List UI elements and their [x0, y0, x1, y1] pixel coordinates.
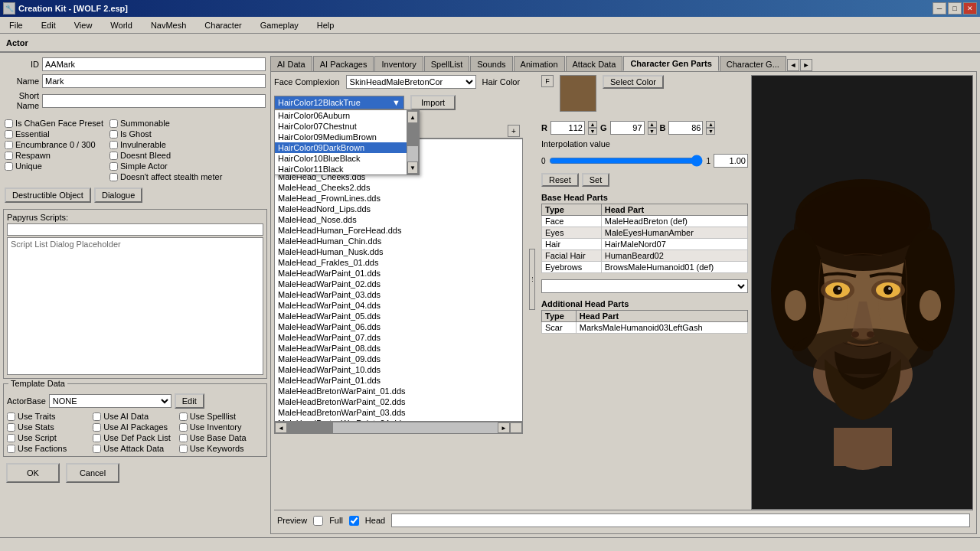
use-attack-data-check[interactable] [93, 445, 101, 453]
texture-item-11[interactable]: MaleHead_Frakles_01.dds [275, 257, 522, 268]
maximize-button[interactable]: □ [948, 2, 962, 15]
encumbrance-check[interactable] [5, 141, 13, 149]
doesntbleed-check[interactable] [109, 152, 118, 160]
r-spin-down[interactable]: ▼ [588, 128, 597, 135]
texture-item-26[interactable]: MaleHeadBretonWarPaint_04.dds [275, 418, 522, 422]
tab-inventory[interactable]: Inventory [374, 56, 423, 71]
ok-button[interactable]: OK [6, 463, 60, 483]
short-name-input[interactable] [42, 94, 266, 108]
texture-item-15[interactable]: MaleHeadWarPaint_04.dds [275, 300, 522, 311]
texture-item-23[interactable]: MaleHeadBretonWarPaint_01.dds [275, 386, 522, 396]
g-spin-up[interactable]: ▲ [648, 121, 657, 128]
hair-color-option-auburn[interactable]: HairColor06Auburn [275, 110, 407, 121]
tab-ai-data[interactable]: AI Data [270, 56, 312, 71]
b-input[interactable] [668, 121, 703, 135]
hair-color-option-chestnut[interactable]: HairColor07Chestnut [275, 121, 407, 132]
menu-view[interactable]: View [68, 19, 99, 31]
tab-prev-button[interactable]: ◄ [787, 59, 799, 71]
tab-ai-packages[interactable]: AI Packages [313, 56, 374, 71]
texture-item-14[interactable]: MaleHeadWarPaint_03.dds [275, 289, 522, 300]
texture-item-10[interactable]: MaleHeadHuman_Nusk.dds [275, 246, 522, 257]
reset-button[interactable]: Reset [541, 173, 579, 187]
hair-color-option-black[interactable]: HairColor11Black [275, 164, 407, 174]
use-factions-check[interactable] [7, 445, 15, 453]
texture-item-22[interactable]: MaleHeadWarPaint_01.dds [275, 375, 522, 386]
interp-value-input[interactable] [714, 154, 748, 168]
texture-item-12[interactable]: MaleHeadWarPaint_01.dds [275, 268, 522, 279]
texture-item-5[interactable]: MaleHead_FrownLines.dds [275, 193, 522, 204]
b-spin-down[interactable]: ▼ [706, 128, 715, 135]
h-scrollbar[interactable]: ◄ ► [274, 422, 523, 434]
stealthmeter-check[interactable] [109, 173, 118, 181]
essential-check[interactable] [5, 130, 13, 139]
texture-expand-button[interactable]: + [508, 125, 520, 137]
scripts-list[interactable]: Script List Dialog Placeholder [7, 237, 263, 375]
scripts-search-input[interactable] [7, 223, 263, 236]
tab-sounds[interactable]: Sounds [470, 56, 512, 71]
name-input[interactable] [42, 74, 266, 88]
texture-item-19[interactable]: MaleHeadWarPaint_08.dds [275, 343, 522, 354]
dropdown-scrollbar[interactable]: ▲ ▼ [407, 110, 419, 174]
import-button[interactable]: Import [410, 95, 456, 110]
hair-color-option-mediumbrown[interactable]: HairColor09MediumBrown [275, 132, 407, 142]
respawn-check[interactable] [5, 152, 13, 160]
texture-item-13[interactable]: MaleHeadWarPaint_02.dds [275, 279, 522, 289]
tab-spelllist[interactable]: SpellList [424, 56, 470, 71]
texture-item-8[interactable]: MaleHeadHuman_ForeHead.dds [275, 225, 522, 236]
texture-item-20[interactable]: MaleHeadWarPaint_09.dds [275, 354, 522, 364]
use-script-check[interactable] [7, 434, 15, 442]
dialogue-button[interactable]: Dialogue [94, 187, 142, 203]
full-checkbox[interactable] [313, 516, 323, 526]
actorbase-select[interactable]: NONE [49, 394, 172, 408]
use-ai-packages-check[interactable] [93, 423, 101, 432]
summonable-check[interactable] [109, 119, 118, 128]
minimize-button[interactable]: ─ [933, 2, 946, 15]
tab-attack-data[interactable]: Attack Data [566, 56, 623, 71]
menu-character[interactable]: Character [198, 19, 247, 31]
scroll-thumb[interactable] [407, 123, 418, 146]
close-button[interactable]: ✕ [963, 2, 977, 15]
edit-button[interactable]: Edit [175, 393, 204, 409]
destructible-button[interactable]: Destructible Object [5, 187, 91, 203]
menu-file[interactable]: File [3, 19, 29, 31]
use-base-data-check[interactable] [179, 434, 188, 442]
interp-slider[interactable] [549, 153, 704, 168]
id-input[interactable] [42, 57, 266, 71]
use-spelllist-check[interactable] [179, 412, 188, 421]
use-ai-data-check[interactable] [93, 412, 101, 421]
use-inventory-check[interactable] [179, 423, 188, 432]
texture-item-7[interactable]: MaleHead_Nose.dds [275, 214, 522, 225]
additional-head-select[interactable] [541, 279, 748, 293]
g-input[interactable] [610, 121, 645, 135]
texture-item-24[interactable]: MaleHeadBretonWarPaint_02.dds [275, 396, 522, 407]
tab-character-g[interactable]: Character G... [720, 56, 786, 71]
texture-item-18[interactable]: MaleHeadWarPaint_07.dds [275, 332, 522, 343]
tab-animation[interactable]: Animation [514, 56, 565, 71]
select-color-button[interactable]: Select Color [603, 75, 664, 89]
menu-gameplay[interactable]: Gameplay [254, 19, 305, 31]
use-def-pack-list-check[interactable] [93, 434, 101, 442]
texture-item-16[interactable]: MaleHeadWarPaint_05.dds [275, 311, 522, 321]
texture-listbox[interactable]: SkinTone.dds MaleUpperEyeSocket.dds Male… [274, 139, 523, 422]
use-keywords-check[interactable] [179, 445, 188, 453]
face-complexion-select[interactable]: SkinHeadMaleBretonCor [346, 75, 476, 89]
menu-help[interactable]: Help [311, 19, 341, 31]
h-scroll-thumb[interactable] [287, 422, 333, 433]
texture-item-25[interactable]: MaleHeadBretonWarPaint_03.dds [275, 407, 522, 418]
r-spin-up[interactable]: ▲ [588, 121, 597, 128]
b-spin-up[interactable]: ▲ [706, 121, 715, 128]
set-button[interactable]: Set [582, 173, 610, 187]
menu-navmesh[interactable]: NavMesh [145, 19, 192, 31]
texture-item-17[interactable]: MaleHeadWarPaint_06.dds [275, 321, 522, 332]
tab-next-button[interactable]: ► [800, 59, 812, 71]
scroll-up-arrow[interactable]: ▲ [407, 111, 418, 123]
use-stats-check[interactable] [7, 423, 15, 432]
isghost-check[interactable] [109, 130, 118, 139]
r-input[interactable] [550, 121, 585, 135]
scroll-right-btn[interactable]: ► [498, 422, 510, 433]
tab-character-gen-parts[interactable]: Character Gen Parts [623, 56, 718, 71]
unique-check[interactable] [5, 162, 13, 171]
menu-edit[interactable]: Edit [35, 19, 62, 31]
head-checkbox[interactable] [349, 516, 359, 526]
hair-color-select-button[interactable]: HairColor12BlackTrue ▼ [274, 96, 404, 109]
